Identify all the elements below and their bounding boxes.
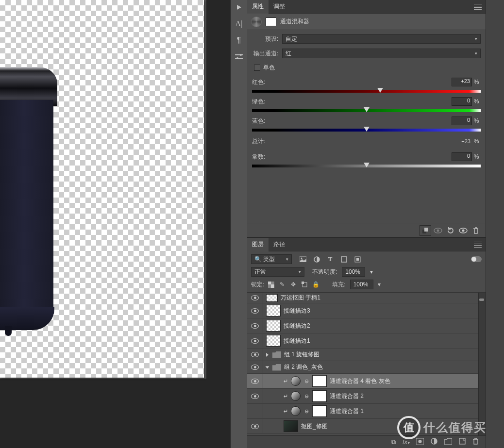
blue-slider-input[interactable]: 0 [452,116,472,125]
constant-slider-track[interactable] [252,163,481,169]
visibility-icon[interactable] [250,293,260,303]
visibility-icon[interactable] [250,350,260,360]
collapsed-panel-column[interactable] [486,0,504,448]
layer-style-icon[interactable]: fx▾ [403,438,409,446]
mask-thumbnail[interactable] [312,375,327,387]
layer-row[interactable]: ↵ ⊖ 通道混合器 2 [247,389,486,404]
panel-menu-icon[interactable] [474,242,482,248]
mask-icon[interactable] [266,17,276,26]
filter-shape-icon[interactable] [339,255,348,264]
mask-thumbnail[interactable] [312,405,327,417]
green-slider-track[interactable] [252,108,481,114]
layer-thumbnail[interactable] [284,420,298,432]
new-adjustment-icon[interactable] [431,438,437,446]
filter-type-icon[interactable]: T [326,255,335,264]
layer-row[interactable]: 接缝描边1 [247,333,486,348]
sliders-icon[interactable] [235,52,243,61]
toggle-visibility-icon[interactable] [457,225,469,236]
red-slider-input[interactable]: +23 [452,78,472,86]
constant-label: 常数: [252,153,452,161]
visibility-icon[interactable] [250,363,260,372]
filter-adjustment-icon[interactable] [312,255,321,264]
layer-thumbnail[interactable] [266,335,281,347]
lock-transparency-icon[interactable] [267,280,275,289]
filter-toggle[interactable] [471,256,482,262]
tab-layers[interactable]: 图层 [247,238,269,251]
layer-row[interactable]: 抠图_修图 [247,419,486,434]
visibility-icon[interactable] [250,336,260,346]
filter-image-icon[interactable] [299,255,307,264]
layer-group-row[interactable]: 组 2 调色_灰色 [247,361,486,374]
type-icon[interactable]: A| [235,19,243,28]
opacity-input[interactable]: 100% [342,267,365,277]
blend-mode-select[interactable]: 正常▾ [251,267,304,277]
blue-slider-track[interactable] [252,127,481,133]
filter-smart-icon[interactable] [353,255,362,264]
link-icon[interactable]: ⊖ [303,378,309,384]
tab-properties[interactable]: 属性 [247,0,269,14]
tab-adjustments[interactable]: 调整 [269,0,290,14]
constant-input[interactable]: 0 [452,152,472,161]
panel-menu-icon[interactable] [474,4,482,10]
green-slider-input[interactable]: 0 [452,97,472,106]
lock-artboard-icon[interactable] [300,280,309,289]
layer-filter-select[interactable]: 🔍 类型▾ [251,254,292,264]
layer-name: 组 1 旋钮修图 [284,350,319,359]
lock-all-icon[interactable]: 🔒 [311,280,320,289]
visibility-icon[interactable] [250,306,260,315]
expand-icon[interactable] [266,353,269,357]
layer-group-row[interactable]: 组 1 旋钮修图 [247,348,486,361]
red-slider-track[interactable] [252,88,481,94]
fill-dropdown-icon[interactable]: ▾ [376,281,383,288]
play-icon[interactable] [235,3,243,12]
view-previous-icon[interactable] [432,225,444,236]
adjustment-thumbnail[interactable] [291,406,301,416]
link-icon[interactable]: ⊖ [303,408,309,415]
layer-name: 通道混合器 2 [330,392,364,400]
delete-icon[interactable] [470,225,482,236]
tab-paths[interactable]: 路径 [269,238,290,251]
preset-select[interactable]: 自定▾ [282,34,481,44]
opacity-dropdown-icon[interactable]: ▾ [368,268,375,275]
lock-label: 锁定: [251,281,264,289]
mask-thumbnail[interactable] [312,390,327,402]
fill-label: 填充: [332,281,345,289]
reset-icon[interactable] [445,225,456,236]
link-icon[interactable]: ⊖ [303,393,309,399]
layer-row[interactable]: 万运抠图 于柄1 [247,293,486,303]
add-mask-icon[interactable] [416,438,424,446]
clip-to-layer-icon[interactable] [420,225,431,236]
green-slider-label: 绿色: [252,98,452,106]
layer-thumbnail[interactable] [266,294,278,302]
layer-thumbnail[interactable] [266,320,281,332]
layer-row[interactable]: 接缝描边2 [247,318,486,333]
adjustment-thumbnail[interactable] [291,391,301,401]
layer-name: 通道混合器 4 着色 灰色 [330,377,390,385]
visibility-icon[interactable] [250,421,260,431]
layer-thumbnail[interactable] [266,305,281,316]
visibility-icon[interactable] [250,376,260,386]
visibility-icon[interactable] [250,321,260,331]
layer-row[interactable]: ↵ ⊖ 通道混合器 1 [247,404,486,419]
new-layer-icon[interactable] [459,438,466,446]
adjustment-thumbnail[interactable] [291,376,301,386]
output-channel-select[interactable]: 红▾ [282,49,481,58]
document-area[interactable] [0,0,206,379]
new-group-icon[interactable] [444,438,452,446]
layer-list[interactable]: 万运抠图 于柄1 接缝描边3 接缝描边2 接缝描边1 组 1 [247,292,486,435]
visibility-icon[interactable] [250,391,260,401]
monochrome-checkbox[interactable] [254,65,260,71]
paragraph-icon[interactable]: ¶ [235,36,243,45]
lock-position-icon[interactable]: ✥ [289,280,298,289]
scrollbar[interactable] [478,293,486,435]
layer-row[interactable]: 接缝描边3 [247,303,486,318]
delete-layer-icon[interactable] [472,438,479,447]
lock-image-icon[interactable]: ✎ [278,280,286,289]
layer-row[interactable]: ↵ ⊖ 通道混合器 4 着色 灰色 [247,374,486,389]
collapse-icon[interactable] [266,366,269,368]
svg-point-1 [240,54,242,56]
layer-name: 接缝描边1 [284,337,310,345]
fill-input[interactable]: 100% [350,280,373,289]
link-layers-icon[interactable]: ⧉ [391,438,396,446]
canvas-region[interactable] [0,0,231,448]
